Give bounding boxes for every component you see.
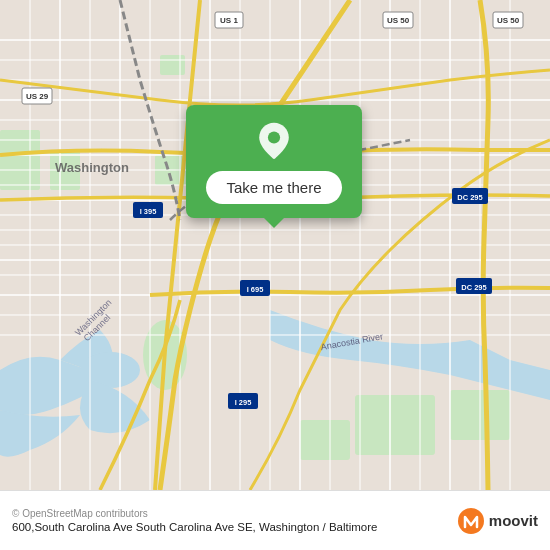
map-container: US 1 US 50 US 50 US 29 I 395 I 695 DC 29… — [0, 0, 550, 490]
moovit-brand-text: moovit — [489, 512, 538, 529]
location-pin-icon — [254, 121, 294, 161]
address-line1: 600,South Carolina Ave South Carolina Av… — [12, 521, 256, 533]
svg-rect-9 — [300, 420, 350, 460]
svg-rect-2 — [0, 130, 40, 190]
svg-text:I 295: I 295 — [235, 398, 252, 407]
svg-text:US 1: US 1 — [220, 16, 238, 25]
svg-text:I 695: I 695 — [247, 285, 264, 294]
svg-text:DC 295: DC 295 — [461, 283, 486, 292]
svg-text:US 50: US 50 — [387, 16, 410, 25]
svg-point-67 — [268, 131, 280, 143]
svg-point-68 — [458, 508, 484, 534]
address-text: 600,South Carolina Ave South Carolina Av… — [12, 521, 377, 533]
take-me-there-button[interactable]: Take me there — [206, 171, 341, 204]
svg-text:US 50: US 50 — [497, 16, 520, 25]
address-block: © OpenStreetMap contributors 600,South C… — [12, 508, 377, 533]
map-svg: US 1 US 50 US 50 US 29 I 395 I 695 DC 29… — [0, 0, 550, 490]
svg-text:Washington: Washington — [55, 160, 129, 175]
svg-text:I 395: I 395 — [140, 207, 157, 216]
copyright-text: © OpenStreetMap contributors — [12, 508, 377, 519]
moovit-brand-icon — [457, 507, 485, 535]
svg-text:DC 295: DC 295 — [457, 193, 482, 202]
moovit-logo: moovit — [457, 507, 538, 535]
popup-card: Take me there — [186, 105, 362, 218]
svg-rect-7 — [355, 395, 435, 455]
address-line2: Washington / Baltimore — [259, 521, 377, 533]
bottom-bar: © OpenStreetMap contributors 600,South C… — [0, 490, 550, 550]
svg-rect-5 — [160, 55, 185, 75]
svg-text:US 29: US 29 — [26, 92, 49, 101]
